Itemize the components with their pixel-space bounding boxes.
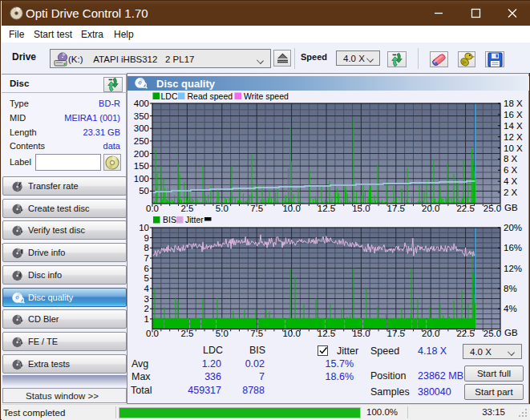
svg-text:12.5: 12.5: [318, 204, 335, 213]
svg-text:3: 3: [144, 294, 149, 304]
svg-text:6 X: 6 X: [504, 165, 518, 175]
svg-text:25.0: 25.0: [483, 204, 501, 213]
svg-text:12 X: 12 X: [504, 132, 523, 142]
svg-text:5.0: 5.0: [216, 204, 229, 213]
svg-text:100: 100: [134, 174, 149, 184]
svg-text:i: i: [19, 271, 21, 278]
svg-text:16 X: 16 X: [504, 110, 523, 119]
svg-text:20%: 20%: [504, 223, 522, 232]
svg-text:2.5: 2.5: [180, 204, 193, 213]
svg-text:Read speed: Read speed: [188, 91, 233, 101]
svg-text:12.5: 12.5: [318, 329, 335, 338]
svg-text:GB: GB: [504, 203, 518, 212]
svg-text:7: 7: [144, 253, 149, 263]
svg-text:17.5: 17.5: [387, 204, 405, 213]
svg-text:2 X: 2 X: [504, 188, 518, 197]
svg-text:4%: 4%: [504, 304, 517, 313]
svg-text:Write speed: Write speed: [244, 91, 289, 101]
svg-text:22.5: 22.5: [456, 329, 474, 338]
svg-text:2.5: 2.5: [180, 329, 193, 338]
svg-text:22.5: 22.5: [456, 204, 474, 213]
svg-text:0.0: 0.0: [146, 204, 159, 213]
svg-text:0.0: 0.0: [146, 329, 159, 338]
svg-text:16%: 16%: [504, 243, 522, 252]
svg-text:GB: GB: [504, 328, 518, 337]
svg-text:7.5: 7.5: [250, 204, 263, 213]
svg-text:200: 200: [134, 149, 149, 159]
svg-text:10 X: 10 X: [504, 143, 523, 153]
svg-text:300: 300: [134, 123, 149, 133]
svg-text:18 X: 18 X: [504, 99, 523, 108]
svg-text:Jitter: Jitter: [185, 215, 204, 224]
svg-text:1: 1: [144, 314, 149, 324]
svg-text:20.0: 20.0: [422, 329, 439, 338]
svg-text:25.0: 25.0: [483, 329, 501, 338]
svg-text:8 X: 8 X: [504, 154, 518, 164]
svg-text:LDC: LDC: [161, 91, 178, 101]
svg-text:2: 2: [144, 304, 149, 313]
svg-text:17.5: 17.5: [387, 329, 405, 338]
svg-text:12%: 12%: [504, 264, 522, 273]
svg-text:20.0: 20.0: [422, 204, 439, 213]
svg-text:15.0: 15.0: [352, 204, 370, 213]
svg-text:5.0: 5.0: [216, 329, 229, 338]
svg-text:8: 8: [144, 243, 149, 252]
svg-text:10: 10: [139, 223, 149, 232]
svg-text:10.0: 10.0: [282, 204, 300, 213]
svg-text:6: 6: [144, 264, 149, 273]
svg-text:4 X: 4 X: [504, 176, 518, 186]
svg-text:250: 250: [134, 136, 149, 146]
svg-text:50: 50: [139, 186, 149, 196]
svg-text:4: 4: [144, 284, 150, 293]
svg-text:350: 350: [134, 111, 149, 121]
svg-text:10.0: 10.0: [282, 329, 300, 338]
svg-text:150: 150: [134, 161, 149, 171]
svg-text:9: 9: [144, 233, 149, 243]
svg-text:15.0: 15.0: [352, 329, 370, 338]
svg-text:400: 400: [134, 99, 149, 108]
svg-text:7.5: 7.5: [250, 329, 263, 338]
svg-text:5: 5: [144, 273, 149, 283]
svg-text:14 X: 14 X: [504, 121, 523, 131]
svg-text:8%: 8%: [504, 284, 517, 293]
svg-text:BIS: BIS: [163, 215, 176, 224]
